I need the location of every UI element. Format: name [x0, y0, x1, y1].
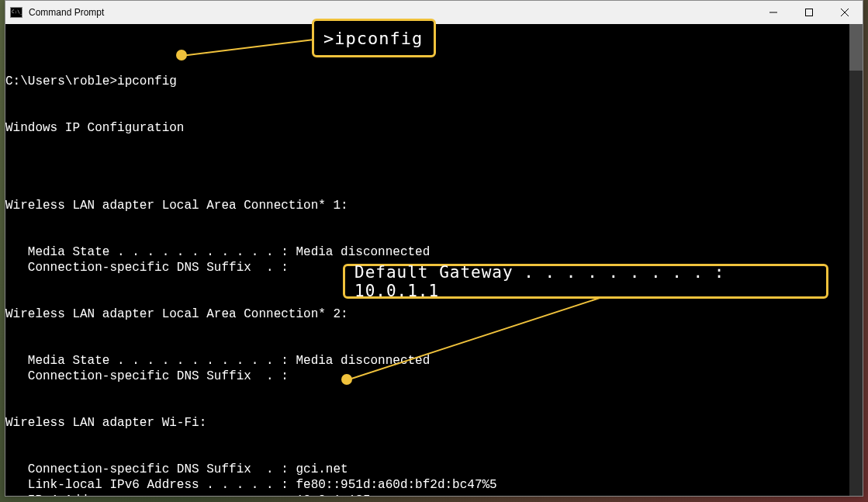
terminal-line: Wireless LAN adapter Wi-Fi:: [5, 416, 206, 430]
terminal-line: IPv4 Address. . . . . . . . . . . : 10.0…: [5, 493, 370, 496]
annotation-dot: [341, 374, 352, 385]
maximize-button[interactable]: [791, 1, 827, 24]
terminal-line: [5, 384, 863, 400]
window-title: Command Prompt: [29, 7, 104, 18]
terminal-line: [5, 322, 863, 338]
terminal-line: Media State . . . . . . . . . . . : Medi…: [5, 354, 430, 368]
terminal-line: Wireless LAN adapter Local Area Connecti…: [5, 307, 348, 321]
terminal-line: Connection-specific DNS Suffix . :: [5, 261, 289, 275]
terminal-line: [5, 431, 863, 446]
svg-rect-1: [806, 9, 813, 16]
callout-default-gateway: Default Gateway . . . . . . . . . : 10.0…: [343, 264, 828, 299]
terminal-line: [5, 167, 863, 182]
terminal-line: Connection-specific DNS Suffix . :: [5, 369, 289, 383]
terminal-line: C:\Users\roble>ipconfig: [5, 74, 177, 88]
terminal-line: Windows IP Configuration: [5, 121, 184, 135]
scrollbar-thumb[interactable]: [849, 24, 863, 71]
terminal-line: Connection-specific DNS Suffix . : gci.n…: [5, 462, 348, 476]
terminal-line: Link-local IPv6 Address . . . . . : fe80…: [5, 478, 497, 492]
terminal-line: Media State . . . . . . . . . . . : Medi…: [5, 245, 430, 259]
scrollbar[interactable]: [849, 24, 863, 496]
minimize-button[interactable]: [756, 1, 791, 24]
cmd-icon: [10, 7, 22, 18]
terminal-line: [5, 213, 863, 229]
terminal-line: Wireless LAN adapter Local Area Connecti…: [5, 199, 348, 213]
terminal-line: [5, 136, 863, 151]
annotation-dot: [176, 50, 187, 61]
close-button[interactable]: [827, 1, 863, 24]
command-prompt-window: Command Prompt C:\Users\roble>ipconfig W…: [5, 0, 863, 497]
terminal-line: [5, 89, 863, 105]
terminal-body[interactable]: C:\Users\roble>ipconfig Windows IP Confi…: [5, 24, 863, 496]
callout-ipconfig: >ipconfig: [312, 19, 436, 57]
